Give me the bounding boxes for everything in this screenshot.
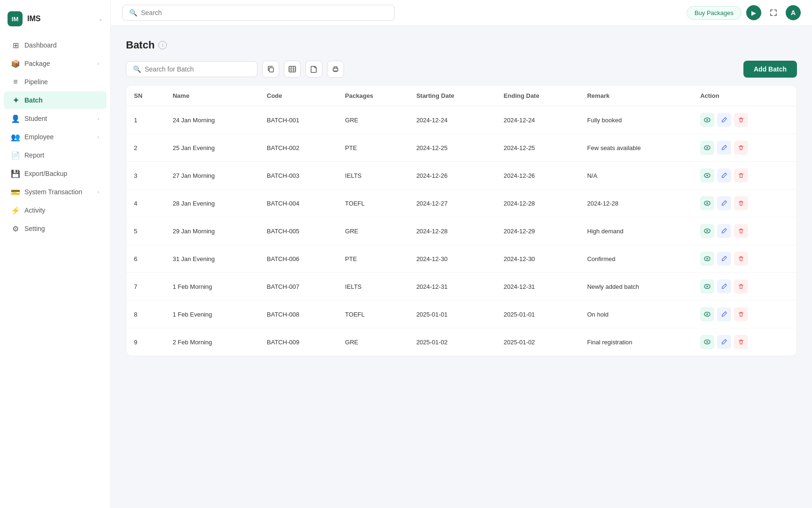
report-icon: 📄 (11, 151, 20, 159)
cell-4-5: 2024-12-29 (496, 217, 580, 245)
view-button[interactable] (700, 113, 714, 127)
delete-button[interactable] (734, 335, 748, 349)
fullscreen-button[interactable] (766, 5, 781, 20)
col-header-starting-date: Starting Date (409, 86, 496, 106)
add-batch-button[interactable]: Add Batch (743, 61, 797, 78)
edit-button[interactable] (717, 141, 731, 155)
svg-point-18 (706, 258, 708, 260)
excel-button[interactable] (284, 61, 301, 78)
edit-button[interactable] (717, 168, 731, 183)
delete-button[interactable] (734, 113, 748, 127)
eye-icon (704, 228, 710, 234)
info-icon[interactable]: i (158, 41, 167, 49)
sidebar-item-setting[interactable]: ⚙ Setting (4, 220, 107, 238)
delete-button[interactable] (734, 224, 748, 238)
cell-1-6: Few seats available (579, 134, 693, 162)
view-button[interactable] (700, 335, 714, 349)
view-button[interactable] (700, 196, 714, 210)
fullscreen-icon (770, 9, 777, 16)
sidebar-item-student[interactable]: 👤 Student › (4, 110, 107, 127)
cell-7-6: On hold (579, 301, 693, 328)
view-button[interactable] (700, 168, 714, 183)
sidebar-item-package[interactable]: 📦 Package › (4, 55, 107, 72)
search-input[interactable] (141, 9, 388, 16)
delete-button[interactable] (734, 252, 748, 266)
cell-8-1: 2 Feb Morning (165, 328, 259, 356)
cell-8-6: Final registration (579, 328, 693, 356)
view-button[interactable] (700, 141, 714, 155)
copy-button[interactable] (262, 61, 279, 78)
delete-button[interactable] (734, 307, 748, 321)
cell-1-0: 2 (126, 134, 165, 162)
header: 🔍 Buy Packages ▶ A (111, 0, 812, 26)
sidebar-item-activity[interactable]: ⚡ Activity (4, 201, 107, 219)
eye-icon (704, 117, 710, 123)
edit-button[interactable] (717, 335, 731, 349)
header-actions: Buy Packages ▶ A (687, 5, 801, 20)
sidebar-label-batch: Batch (24, 96, 99, 104)
cell-5-1: 31 Jan Evening (165, 245, 259, 273)
table-row: 428 Jan EveningBATCH-004TOEFL2024-12-272… (126, 190, 796, 217)
delete-button[interactable] (734, 141, 748, 155)
view-button[interactable] (700, 307, 714, 321)
play-button[interactable]: ▶ (746, 5, 761, 20)
chevron-down-icon: › (97, 189, 99, 195)
delete-button[interactable] (734, 196, 748, 210)
student-icon: 👤 (11, 114, 20, 123)
col-header-code: Code (259, 86, 338, 106)
col-header-name: Name (165, 86, 259, 106)
cell-action-8 (693, 328, 796, 356)
cell-0-2: BATCH-001 (259, 106, 338, 134)
sidebar-label-system-transaction: System Transaction (24, 188, 93, 196)
cell-6-6: Newly added batch (579, 273, 693, 301)
avatar[interactable]: A (786, 5, 801, 20)
chevron-down-icon: › (97, 61, 99, 66)
view-button[interactable] (700, 279, 714, 294)
export-backup-icon: 💾 (11, 169, 20, 178)
view-button[interactable] (700, 252, 714, 266)
cell-6-4: 2024-12-31 (409, 273, 496, 301)
svg-point-8 (706, 119, 708, 121)
cell-3-5: 2024-12-28 (496, 190, 580, 217)
delete-button[interactable] (734, 279, 748, 294)
print-button[interactable] (327, 61, 344, 78)
cell-7-1: 1 Feb Evening (165, 301, 259, 328)
cell-action-2 (693, 162, 796, 190)
pipeline-icon: ≡ (11, 78, 20, 86)
batch-search-bar[interactable]: 🔍 (126, 61, 258, 77)
page-title-area: Batch i (126, 39, 797, 51)
global-search-bar[interactable]: 🔍 (122, 5, 395, 21)
cell-2-3: IELTS (337, 162, 409, 190)
sidebar-item-dashboard[interactable]: ⊞ Dashboard (4, 36, 107, 54)
print-icon (332, 65, 339, 73)
cell-7-0: 8 (126, 301, 165, 328)
edit-button[interactable] (717, 307, 731, 321)
edit-button[interactable] (717, 252, 731, 266)
trash-icon (738, 144, 744, 151)
svg-point-12 (706, 175, 708, 176)
edit-button[interactable] (717, 279, 731, 294)
batch-search-input[interactable] (145, 65, 250, 73)
action-buttons-1 (700, 141, 789, 155)
view-button[interactable] (700, 224, 714, 238)
col-header-packages: Packages (337, 86, 409, 106)
edit-button[interactable] (717, 113, 731, 127)
trash-icon (738, 311, 744, 318)
edit-button[interactable] (717, 196, 731, 210)
cell-6-3: IELTS (337, 273, 409, 301)
batch-icon: ✦ (11, 96, 20, 104)
sidebar-item-system-transaction[interactable]: 💳 System Transaction › (4, 183, 107, 201)
svg-point-14 (706, 202, 708, 204)
sidebar-item-pipeline[interactable]: ≡ Pipeline (4, 73, 107, 91)
sidebar-item-report[interactable]: 📄 Report (4, 146, 107, 164)
buy-packages-button[interactable]: Buy Packages (687, 6, 742, 20)
sidebar-item-export-backup[interactable]: 💾 Export/Backup (4, 165, 107, 183)
sidebar-item-employee[interactable]: 👥 Employee › (4, 128, 107, 146)
pdf-button[interactable] (305, 61, 322, 78)
edit-button[interactable] (717, 224, 731, 238)
sidebar-item-batch[interactable]: ✦ Batch (4, 91, 107, 109)
col-header-sn: SN (126, 86, 165, 106)
eye-icon (704, 172, 710, 179)
delete-button[interactable] (734, 168, 748, 183)
sidebar-logo[interactable]: IM IMS ⌄ (0, 8, 110, 36)
